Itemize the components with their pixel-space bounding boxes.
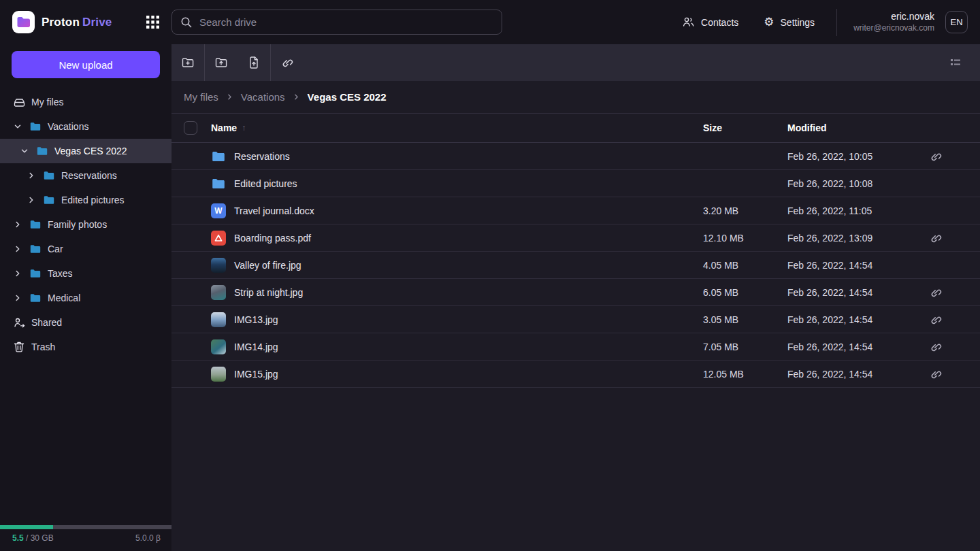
upload-file-button[interactable] — [238, 44, 270, 81]
sidebar: New upload My filesVacationsVegas CES 20… — [0, 44, 172, 551]
shared-icon — [12, 316, 26, 329]
shared-link-icon[interactable] — [929, 150, 943, 163]
file-name: Travel journal.docx — [234, 205, 314, 216]
chevron-down-icon[interactable] — [19, 146, 30, 156]
list-view-toggle-button[interactable] — [939, 44, 972, 81]
sidebar-item-label: Vegas CES 2022 — [54, 146, 127, 156]
file-size: 7.05 MB — [703, 341, 787, 352]
sidebar-item-family-photos[interactable]: Family photos — [0, 212, 172, 237]
chevron-right-icon[interactable] — [26, 195, 37, 205]
sidebar-item-medical[interactable]: Medical — [0, 286, 172, 310]
select-all-checkbox[interactable] — [184, 121, 197, 135]
sidebar-nav: My filesVacationsVegas CES 2022Reservati… — [0, 90, 172, 359]
column-header-modified[interactable]: Modified — [787, 122, 929, 133]
file-name: Valley of fire.jpg — [234, 260, 301, 271]
sidebar-item-vacations[interactable]: Vacations — [0, 114, 172, 139]
search-input[interactable] — [199, 16, 493, 28]
upload-folder-button[interactable] — [205, 44, 238, 81]
proton-drive-logo-icon — [12, 11, 35, 33]
sidebar-item-label: Reservations — [61, 170, 117, 181]
shared-link-slot[interactable] — [929, 313, 980, 327]
sidebar-item-car[interactable]: Car — [0, 237, 172, 261]
sidebar-item-my-files[interactable]: My files — [0, 90, 172, 114]
image-thumbnail — [211, 339, 226, 354]
upload-file-icon — [247, 56, 261, 69]
share-link-icon — [280, 56, 294, 69]
table-row[interactable]: Strip at night.jpg 6.05 MB Feb 26, 2022,… — [172, 279, 980, 306]
table-row[interactable]: IMG15.jpg 12.05 MB Feb 26, 2022, 14:54 — [172, 361, 980, 388]
shared-link-icon[interactable] — [929, 367, 943, 381]
settings-button[interactable]: ⚙ Settings — [764, 16, 815, 28]
table-row[interactable]: Valley of fire.jpg 4.05 MB Feb 26, 2022,… — [172, 252, 980, 279]
sidebar-item-reservations[interactable]: Reservations — [0, 163, 172, 188]
trash-icon — [12, 340, 26, 354]
breadcrumb: My filesVacationsVegas CES 2022 — [172, 81, 980, 114]
sidebar-item-taxes[interactable]: Taxes — [0, 261, 172, 286]
file-name: Boarding pass.pdf — [234, 233, 311, 244]
sidebar-item-label: Vacations — [48, 121, 88, 132]
shared-link-icon[interactable] — [929, 231, 943, 245]
app-logo: ProtonDrive — [12, 11, 128, 33]
chevron-right-icon[interactable] — [12, 293, 23, 303]
contacts-icon — [682, 16, 695, 29]
shared-link-icon[interactable] — [929, 286, 943, 299]
search-bar[interactable] — [172, 10, 502, 35]
shared-link-slot[interactable] — [929, 340, 980, 354]
storage-bar-fill — [0, 525, 53, 529]
app-switcher-button[interactable] — [143, 12, 163, 32]
file-modified: Feb 26, 2022, 10:05 — [787, 151, 929, 162]
locale-button[interactable]: EN — [945, 11, 968, 33]
folder-icon — [42, 169, 56, 182]
sort-ascending-icon: ↑ — [242, 123, 246, 133]
sidebar-item-edited-pictures[interactable]: Edited pictures — [0, 188, 172, 212]
create-folder-button[interactable] — [172, 44, 204, 81]
folder-icon — [211, 149, 226, 164]
share-link-button[interactable] — [271, 44, 304, 81]
breadcrumb-item-2[interactable]: Vacations — [241, 91, 285, 103]
sidebar-item-label: Car — [48, 244, 63, 254]
toolbar — [172, 44, 980, 81]
shared-link-slot[interactable] — [929, 367, 980, 381]
divider — [751, 9, 751, 36]
file-name: Strip at night.jpg — [234, 287, 303, 298]
sidebar-item-vegas-ces-2022[interactable]: Vegas CES 2022 — [0, 139, 172, 163]
sidebar-item-label: Trash — [31, 341, 55, 352]
column-header-size[interactable]: Size — [703, 122, 787, 133]
folder-icon — [29, 291, 42, 305]
table-row[interactable]: W Travel journal.docx 3.20 MB Feb 26, 20… — [172, 197, 980, 224]
chevron-right-icon[interactable] — [12, 244, 23, 254]
file-name: IMG15.jpg — [234, 369, 278, 380]
table-row[interactable]: IMG14.jpg 7.05 MB Feb 26, 2022, 14:54 — [172, 333, 980, 361]
column-header-name[interactable]: Name — [211, 122, 237, 133]
file-size: 6.05 MB — [703, 287, 787, 298]
file-name: Edited pictures — [234, 178, 297, 189]
table-row[interactable]: Reservations Feb 26, 2022, 10:05 — [172, 143, 980, 170]
chevron-down-icon[interactable] — [12, 121, 23, 132]
contacts-button[interactable]: Contacts — [682, 16, 738, 29]
breadcrumb-item-1[interactable]: My files — [184, 91, 218, 103]
file-modified: Feb 26, 2022, 14:54 — [787, 341, 929, 352]
shared-link-slot[interactable] — [929, 150, 980, 163]
myfiles-icon — [12, 95, 26, 109]
file-modified: Feb 26, 2022, 14:54 — [787, 369, 929, 380]
shared-link-icon[interactable] — [929, 340, 943, 354]
chevron-right-icon[interactable] — [12, 219, 23, 230]
table-row[interactable]: IMG13.jpg 3.05 MB Feb 26, 2022, 14:54 — [172, 306, 980, 333]
shared-link-slot[interactable] — [929, 286, 980, 299]
table-row[interactable]: Edited pictures Feb 26, 2022, 10:08 — [172, 170, 980, 197]
chevron-right-icon[interactable] — [26, 170, 37, 181]
folder-icon — [29, 218, 42, 231]
sidebar-item-trash[interactable]: Trash — [0, 335, 172, 359]
sidebar-item-label: Medical — [48, 293, 80, 303]
table-row[interactable]: Boarding pass.pdf 12.10 MB Feb 26, 2022,… — [172, 224, 980, 252]
file-modified: Feb 26, 2022, 10:08 — [787, 178, 929, 189]
settings-label: Settings — [781, 17, 815, 28]
shared-link-slot[interactable] — [929, 231, 980, 245]
chevron-right-icon[interactable] — [12, 268, 23, 279]
image-thumbnail — [211, 285, 226, 300]
new-upload-button[interactable]: New upload — [12, 51, 160, 78]
shared-link-icon[interactable] — [929, 313, 943, 327]
breadcrumb-item-3: Vegas CES 2022 — [308, 91, 387, 103]
file-size: 12.05 MB — [703, 369, 787, 380]
sidebar-item-shared[interactable]: Shared — [0, 310, 172, 335]
